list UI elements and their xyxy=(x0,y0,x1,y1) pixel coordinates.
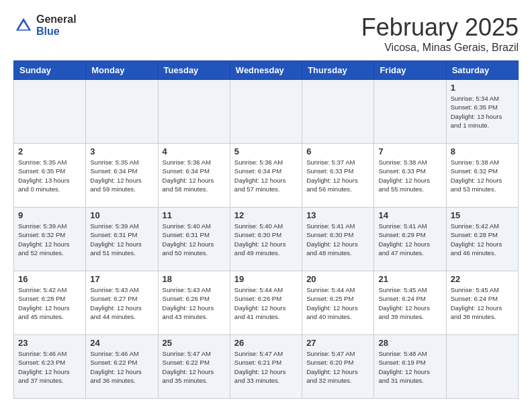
day-info: Sunrise: 5:40 AM Sunset: 6:30 PM Dayligh… xyxy=(234,222,298,257)
calendar-day-cell: 4Sunrise: 5:36 AM Sunset: 6:34 PM Daylig… xyxy=(158,144,230,208)
day-info: Sunrise: 5:37 AM Sunset: 6:33 PM Dayligh… xyxy=(306,158,369,193)
day-number: 1 xyxy=(451,83,514,93)
logo-general-text: General xyxy=(36,13,77,26)
day-number: 28 xyxy=(378,338,441,348)
empty-cell xyxy=(14,80,86,144)
day-info: Sunrise: 5:42 AM Sunset: 6:28 PM Dayligh… xyxy=(18,285,81,321)
day-info: Sunrise: 5:47 AM Sunset: 6:22 PM Dayligh… xyxy=(163,349,226,385)
day-info: Sunrise: 5:39 AM Sunset: 6:32 PM Dayligh… xyxy=(18,222,81,257)
calendar-day-cell: 21Sunrise: 5:45 AM Sunset: 6:24 PM Dayli… xyxy=(374,271,446,335)
day-info: Sunrise: 5:41 AM Sunset: 6:29 PM Dayligh… xyxy=(378,222,441,257)
day-info: Sunrise: 5:48 AM Sunset: 6:19 PM Dayligh… xyxy=(378,349,441,385)
day-info: Sunrise: 5:34 AM Sunset: 6:35 PM Dayligh… xyxy=(451,94,514,130)
calendar-day-cell: 23Sunrise: 5:46 AM Sunset: 6:23 PM Dayli… xyxy=(14,335,86,399)
calendar-day-cell: 27Sunrise: 5:47 AM Sunset: 6:20 PM Dayli… xyxy=(302,335,374,399)
day-number: 10 xyxy=(90,210,153,220)
day-number: 19 xyxy=(234,274,298,284)
day-info: Sunrise: 5:46 AM Sunset: 6:23 PM Dayligh… xyxy=(18,349,81,385)
logo-blue-text: Blue xyxy=(36,26,77,38)
day-info: Sunrise: 5:46 AM Sunset: 6:22 PM Dayligh… xyxy=(90,349,153,385)
day-number: 17 xyxy=(90,274,153,284)
calendar-week-row: 9Sunrise: 5:39 AM Sunset: 6:32 PM Daylig… xyxy=(14,208,519,271)
day-info: Sunrise: 5:42 AM Sunset: 6:28 PM Dayligh… xyxy=(451,222,514,257)
calendar-day-cell: 17Sunrise: 5:43 AM Sunset: 6:27 PM Dayli… xyxy=(86,271,158,335)
day-info: Sunrise: 5:43 AM Sunset: 6:26 PM Dayligh… xyxy=(163,285,226,321)
location-subtitle: Vicosa, Minas Gerais, Brazil xyxy=(361,42,519,54)
empty-cell xyxy=(302,80,374,144)
calendar-day-cell: 10Sunrise: 5:39 AM Sunset: 6:31 PM Dayli… xyxy=(86,208,158,271)
day-number: 27 xyxy=(306,338,369,348)
calendar-day-cell: 24Sunrise: 5:46 AM Sunset: 6:22 PM Dayli… xyxy=(86,335,158,399)
calendar-day-cell: 26Sunrise: 5:47 AM Sunset: 6:21 PM Dayli… xyxy=(230,335,302,399)
calendar-week-row: 23Sunrise: 5:46 AM Sunset: 6:23 PM Dayli… xyxy=(14,335,519,399)
title-area: February 2025 Vicosa, Minas Gerais, Braz… xyxy=(361,13,519,54)
day-number: 6 xyxy=(306,146,369,156)
day-info: Sunrise: 5:35 AM Sunset: 6:34 PM Dayligh… xyxy=(90,158,153,193)
day-info: Sunrise: 5:39 AM Sunset: 6:31 PM Dayligh… xyxy=(90,222,153,257)
calendar-day-cell: 9Sunrise: 5:39 AM Sunset: 6:32 PM Daylig… xyxy=(14,208,86,271)
day-number: 23 xyxy=(18,338,81,348)
calendar-day-cell: 20Sunrise: 5:44 AM Sunset: 6:25 PM Dayli… xyxy=(302,271,374,335)
day-info: Sunrise: 5:40 AM Sunset: 6:31 PM Dayligh… xyxy=(163,222,226,257)
day-number: 22 xyxy=(451,274,514,284)
day-number: 4 xyxy=(163,146,226,156)
day-info: Sunrise: 5:38 AM Sunset: 6:33 PM Dayligh… xyxy=(378,158,441,193)
day-info: Sunrise: 5:36 AM Sunset: 6:34 PM Dayligh… xyxy=(163,158,226,193)
calendar-week-row: 1Sunrise: 5:34 AM Sunset: 6:35 PM Daylig… xyxy=(14,80,519,144)
calendar-week-row: 16Sunrise: 5:42 AM Sunset: 6:28 PM Dayli… xyxy=(14,271,519,335)
weekday-header-thursday: Thursday xyxy=(302,61,374,80)
day-number: 14 xyxy=(378,210,441,220)
day-number: 2 xyxy=(18,146,81,156)
day-info: Sunrise: 5:43 AM Sunset: 6:27 PM Dayligh… xyxy=(90,285,153,321)
calendar-day-cell: 25Sunrise: 5:47 AM Sunset: 6:22 PM Dayli… xyxy=(158,335,230,399)
calendar-header-row: SundayMondayTuesdayWednesdayThursdayFrid… xyxy=(14,61,519,80)
day-info: Sunrise: 5:45 AM Sunset: 6:24 PM Dayligh… xyxy=(451,285,514,321)
weekday-header-friday: Friday xyxy=(374,61,446,80)
day-info: Sunrise: 5:44 AM Sunset: 6:26 PM Dayligh… xyxy=(234,285,298,321)
weekday-header-saturday: Saturday xyxy=(446,61,518,80)
logo: General Blue xyxy=(13,13,77,37)
calendar-day-cell: 11Sunrise: 5:40 AM Sunset: 6:31 PM Dayli… xyxy=(158,208,230,271)
day-info: Sunrise: 5:47 AM Sunset: 6:20 PM Dayligh… xyxy=(306,349,369,385)
month-title: February 2025 xyxy=(361,13,519,42)
day-info: Sunrise: 5:41 AM Sunset: 6:30 PM Dayligh… xyxy=(306,222,369,257)
calendar-day-cell: 8Sunrise: 5:38 AM Sunset: 6:32 PM Daylig… xyxy=(446,144,518,208)
calendar-day-cell: 16Sunrise: 5:42 AM Sunset: 6:28 PM Dayli… xyxy=(14,271,86,335)
calendar-day-cell: 1Sunrise: 5:34 AM Sunset: 6:35 PM Daylig… xyxy=(446,80,518,144)
day-number: 5 xyxy=(234,146,298,156)
calendar-day-cell: 22Sunrise: 5:45 AM Sunset: 6:24 PM Dayli… xyxy=(446,271,518,335)
day-number: 11 xyxy=(163,210,226,220)
empty-cell xyxy=(86,80,158,144)
calendar-table: SundayMondayTuesdayWednesdayThursdayFrid… xyxy=(13,60,519,399)
calendar-day-cell: 5Sunrise: 5:36 AM Sunset: 6:34 PM Daylig… xyxy=(230,144,302,208)
day-number: 13 xyxy=(306,210,369,220)
day-info: Sunrise: 5:47 AM Sunset: 6:21 PM Dayligh… xyxy=(234,349,298,385)
day-number: 24 xyxy=(90,338,153,348)
page-header: General Blue February 2025 Vicosa, Minas… xyxy=(13,13,519,54)
day-number: 16 xyxy=(18,274,81,284)
calendar-day-cell: 13Sunrise: 5:41 AM Sunset: 6:30 PM Dayli… xyxy=(302,208,374,271)
day-info: Sunrise: 5:44 AM Sunset: 6:25 PM Dayligh… xyxy=(306,285,369,321)
day-number: 21 xyxy=(378,274,441,284)
calendar-week-row: 2Sunrise: 5:35 AM Sunset: 6:35 PM Daylig… xyxy=(14,144,519,208)
day-number: 12 xyxy=(234,210,298,220)
day-number: 7 xyxy=(378,146,441,156)
day-number: 8 xyxy=(451,146,514,156)
empty-cell xyxy=(446,335,518,399)
calendar-day-cell: 7Sunrise: 5:38 AM Sunset: 6:33 PM Daylig… xyxy=(374,144,446,208)
day-number: 18 xyxy=(163,274,226,284)
weekday-header-sunday: Sunday xyxy=(14,61,86,80)
weekday-header-wednesday: Wednesday xyxy=(230,61,302,80)
calendar-day-cell: 12Sunrise: 5:40 AM Sunset: 6:30 PM Dayli… xyxy=(230,208,302,271)
calendar-day-cell: 18Sunrise: 5:43 AM Sunset: 6:26 PM Dayli… xyxy=(158,271,230,335)
day-number: 26 xyxy=(234,338,298,348)
day-info: Sunrise: 5:35 AM Sunset: 6:35 PM Dayligh… xyxy=(18,158,81,193)
calendar-day-cell: 3Sunrise: 5:35 AM Sunset: 6:34 PM Daylig… xyxy=(86,144,158,208)
empty-cell xyxy=(158,80,230,144)
day-info: Sunrise: 5:38 AM Sunset: 6:32 PM Dayligh… xyxy=(451,158,514,193)
logo-text: General Blue xyxy=(36,13,77,37)
calendar-day-cell: 14Sunrise: 5:41 AM Sunset: 6:29 PM Dayli… xyxy=(374,208,446,271)
logo-icon xyxy=(13,15,34,36)
day-number: 15 xyxy=(451,210,514,220)
day-number: 20 xyxy=(306,274,369,284)
